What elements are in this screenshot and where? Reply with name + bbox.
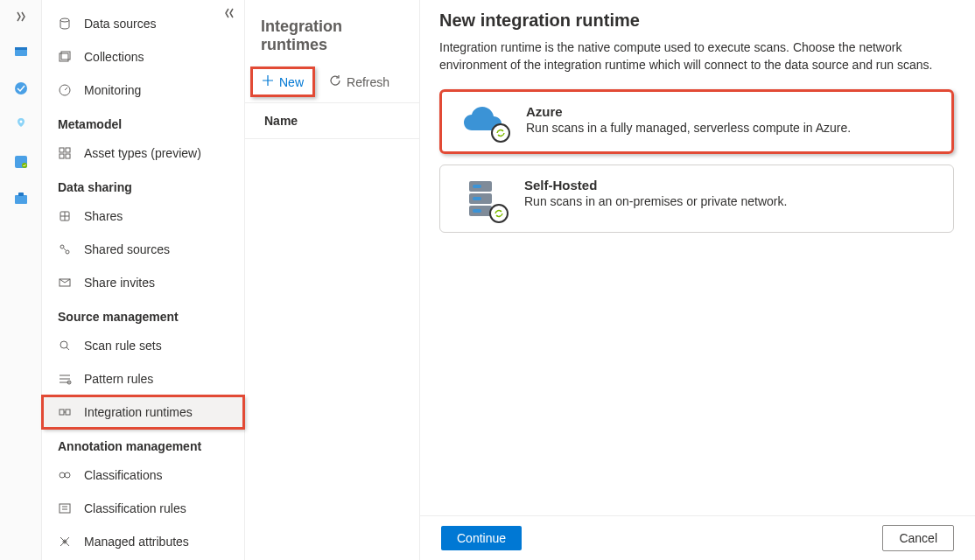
sidebar-item-integration-runtimes[interactable]: Integration runtimes xyxy=(42,396,244,429)
refresh-button[interactable]: Refresh xyxy=(320,69,398,94)
sidebar-item-classification-rules[interactable]: Classification rules xyxy=(42,492,244,525)
collections-icon xyxy=(58,50,72,64)
svg-rect-15 xyxy=(66,154,70,158)
sidebar-group-annotation-management: Annotation management xyxy=(42,429,244,458)
svg-rect-31 xyxy=(473,185,481,188)
sidebar-label: Shared sources xyxy=(84,242,170,256)
sidebar-item-managed-attributes[interactable]: Managed attributes xyxy=(42,525,244,558)
pattern-icon xyxy=(58,372,72,386)
svg-point-3 xyxy=(19,121,22,123)
sidebar-item-pattern-rules[interactable]: Pattern rules xyxy=(42,362,244,396)
sidebar-group-source-management: Source management xyxy=(42,299,244,329)
svg-point-20 xyxy=(60,341,67,348)
sidebar-item-shared-sources[interactable]: Shared sources xyxy=(42,233,244,266)
sidebar-item-scan-rule-sets[interactable]: Scan rule sets xyxy=(42,329,244,362)
sidebar-label: Managed attributes xyxy=(84,535,189,549)
option-selfhosted-title: Self-Hosted xyxy=(524,178,787,192)
continue-button[interactable]: Continue xyxy=(441,526,522,550)
option-selfhosted-desc: Run scans in an on-premises or private n… xyxy=(524,194,787,208)
rail-expand-icon[interactable] xyxy=(11,7,31,29)
refresh-icon xyxy=(329,74,341,89)
option-text: Azure Run scans in a fully managed, serv… xyxy=(526,104,851,139)
sidebar-label: Data sources xyxy=(84,17,156,31)
option-self-hosted[interactable]: Self-Hosted Run scans in an on-premises … xyxy=(439,164,954,233)
sidebar-label: Scan rule sets xyxy=(84,339,162,353)
sidebar-label: Shares xyxy=(84,209,123,223)
sidebar-label: Share invites xyxy=(84,276,155,290)
rail-nav-4[interactable] xyxy=(7,148,35,176)
svg-rect-7 xyxy=(18,192,24,196)
icon-rail xyxy=(0,0,42,560)
sidebar-item-share-invites[interactable]: Share invites xyxy=(42,266,244,299)
cloud-icon xyxy=(458,104,509,139)
svg-rect-22 xyxy=(60,410,64,415)
svg-rect-1 xyxy=(15,47,27,50)
svg-point-25 xyxy=(65,472,70,478)
asset-types-icon xyxy=(58,146,72,160)
cancel-button[interactable]: Cancel xyxy=(882,525,954,551)
invite-icon xyxy=(58,276,72,290)
shares-icon xyxy=(58,209,72,223)
sidebar-label: Integration runtimes xyxy=(84,405,193,419)
sidebar-label: Pattern rules xyxy=(84,372,153,386)
center-title: Integration runtimes xyxy=(245,0,419,63)
sidebar-label: Asset types (preview) xyxy=(84,146,201,160)
svg-rect-32 xyxy=(473,197,481,200)
svg-rect-12 xyxy=(60,148,64,152)
monitor-icon xyxy=(58,83,72,97)
rail-nav-2[interactable] xyxy=(7,74,35,102)
sidebar-label: Monitoring xyxy=(84,83,141,97)
sidebar-item-shares[interactable]: Shares xyxy=(42,200,244,233)
classification-rules-icon xyxy=(58,501,72,515)
refresh-button-label: Refresh xyxy=(347,75,389,89)
svg-rect-6 xyxy=(15,195,27,204)
sync-badge-icon xyxy=(489,204,509,223)
sidebar-label: Classification rules xyxy=(84,501,186,515)
svg-point-24 xyxy=(60,472,65,478)
svg-point-2 xyxy=(15,82,27,94)
name-column-header[interactable]: Name xyxy=(245,103,419,139)
classification-icon xyxy=(58,468,72,482)
option-azure[interactable]: Azure Run scans in a fully managed, serv… xyxy=(439,89,954,154)
scan-icon xyxy=(58,339,72,353)
center-column: Integration runtimes New Refresh Name xyxy=(245,0,420,560)
svg-rect-13 xyxy=(66,148,70,152)
sidebar-group-data-sharing: Data sharing xyxy=(42,170,244,200)
panel-footer: Continue Cancel xyxy=(420,515,975,560)
svg-rect-26 xyxy=(60,504,70,513)
attributes-icon xyxy=(58,535,72,549)
svg-point-17 xyxy=(60,245,64,248)
panel-title: New integration runtime xyxy=(439,10,954,31)
sidebar-item-classifications[interactable]: Classifications xyxy=(42,458,244,492)
new-button[interactable]: New xyxy=(250,66,315,97)
panel-description: Integration runtime is the native comput… xyxy=(439,39,954,74)
rail-nav-3[interactable] xyxy=(7,111,35,139)
option-text: Self-Hosted Run scans in an on-premises … xyxy=(524,178,787,220)
sidebar-label: Collections xyxy=(84,50,144,64)
shared-sources-icon xyxy=(58,242,72,256)
server-icon xyxy=(456,178,507,220)
sidebar: Data sources Collections Monitoring Meta… xyxy=(42,0,245,560)
sync-badge-icon xyxy=(491,123,510,143)
sidebar-collapse-icon[interactable] xyxy=(223,7,235,22)
svg-rect-33 xyxy=(473,209,481,213)
new-runtime-panel: New integration runtime Integration runt… xyxy=(420,0,975,560)
sidebar-item-monitoring[interactable]: Monitoring xyxy=(42,74,244,107)
sidebar-label: Classifications xyxy=(84,468,162,482)
sidebar-group-metamodel: Metamodel xyxy=(42,107,244,136)
database-icon xyxy=(58,17,72,31)
svg-rect-14 xyxy=(60,154,64,158)
option-azure-desc: Run scans in a fully managed, serverless… xyxy=(526,121,851,135)
new-button-label: New xyxy=(279,75,304,89)
rail-nav-5[interactable] xyxy=(7,185,35,213)
toolbar: New Refresh xyxy=(245,63,419,103)
sidebar-item-asset-types[interactable]: Asset types (preview) xyxy=(42,136,244,170)
integration-icon xyxy=(58,405,72,419)
option-azure-title: Azure xyxy=(526,104,851,119)
rail-nav-1[interactable] xyxy=(7,38,35,66)
svg-rect-23 xyxy=(66,410,70,415)
plus-icon xyxy=(262,74,274,89)
sidebar-item-collections[interactable]: Collections xyxy=(42,40,244,74)
svg-point-8 xyxy=(60,18,69,22)
sidebar-item-data-sources[interactable]: Data sources xyxy=(42,7,244,40)
